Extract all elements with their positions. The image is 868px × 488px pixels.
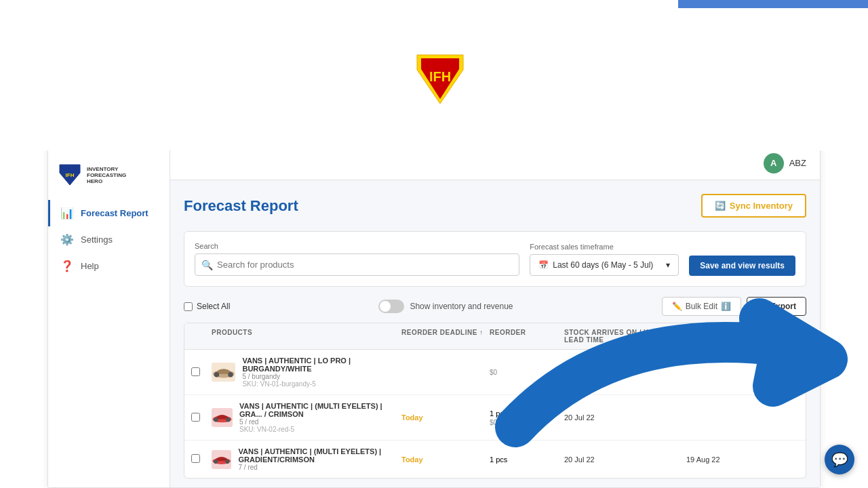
product-thumbnail-1	[212, 363, 235, 382]
table-row: VANS | AUTHENTIC | LO PRO | BURGANDY/WHI…	[184, 350, 806, 395]
product-thumbnail-3	[212, 450, 231, 469]
table-row: VANS | AUTHENTIC | (MULTI EYELETS) | GRA…	[184, 395, 806, 441]
product-thumbnail-2	[212, 408, 233, 427]
col-checkbox	[191, 329, 212, 344]
select-all-label: Select All	[197, 302, 230, 311]
col-stock-arrives: STOCK ARRIVES ON / YOUR LEAD TIME	[564, 329, 686, 344]
action-buttons: ✏️ Bulk Edit ℹ️ ↗️ Export	[662, 297, 806, 316]
page-title: Forecast Report	[184, 197, 298, 215]
table-controls: Select All Show inventory and revenue ✏️…	[184, 297, 806, 316]
svg-point-10	[226, 418, 231, 422]
timeframe-group: Forecast sales timeframe 📅 Last 60 days …	[530, 243, 679, 276]
shield-logo-icon: IFH	[416, 53, 465, 106]
row-2-deadline: Today	[401, 413, 490, 422]
main-content: A ABZ Forecast Report 🔄 Sync Inventory S…	[170, 146, 820, 487]
timeframe-label: Forecast sales timeframe	[530, 243, 679, 251]
show-inventory-label: Show inventory and revenue	[410, 302, 513, 311]
svg-text:IFH: IFH	[429, 69, 451, 84]
page-content: Forecast Report 🔄 Sync Inventory Search …	[170, 180, 820, 487]
svg-point-13	[225, 460, 229, 464]
sidebar-item-help[interactable]: ❓ Help	[48, 253, 170, 279]
col-reorder: REORDER	[490, 329, 564, 344]
sidebar-item-settings[interactable]: ⚙️ Settings	[48, 226, 170, 253]
row-checkbox-1[interactable]	[191, 367, 212, 378]
products-table: PRODUCTS REORDER DEADLINE ↑ REORDER STOC…	[184, 323, 806, 479]
select-all-checkbox[interactable]	[184, 302, 193, 311]
product-details-1: VANS | AUTHENTIC | LO PRO | BURGANDY/WHI…	[242, 357, 401, 388]
sidebar-item-label-help: Help	[81, 261, 99, 271]
sidebar-item-forecast-report[interactable]: 📊 Forecast Report	[48, 200, 170, 226]
svg-point-6	[214, 372, 219, 377]
forecast-report-icon: 📊	[60, 207, 74, 220]
inventory-revenue-toggle[interactable]	[378, 300, 404, 313]
promo-banner: IFH Excellent customer support Chat with…	[0, 0, 868, 142]
row-3-stock-arrives: 20 Jul 22	[564, 455, 686, 464]
user-name: ABZ	[789, 158, 806, 168]
sidebar-item-label-settings: Settings	[81, 235, 113, 245]
header-bar: A ABZ	[170, 146, 820, 180]
col-reorder-deadline: REORDER DEADLINE ↑	[401, 329, 490, 344]
search-input-wrap: 🔍	[195, 253, 519, 276]
row-2-stock-arrives: 20 Jul 22	[564, 413, 686, 422]
promo-logo: IFH	[12, 8, 868, 150]
filter-row: Search 🔍 Forecast sales timeframe 📅 Last…	[184, 231, 806, 287]
product-details-2: VANS | AUTHENTIC | (MULTI EYELETS) | GRA…	[239, 402, 401, 433]
search-input[interactable]	[195, 253, 519, 276]
sync-inventory-button[interactable]: 🔄 Sync Inventory	[701, 194, 806, 218]
search-group: Search 🔍	[195, 242, 519, 276]
chat-icon: 💬	[831, 451, 848, 468]
calendar-icon: 📅	[538, 260, 549, 270]
sidebar-logo-icon: IFH	[58, 163, 81, 186]
svg-point-7	[228, 372, 233, 377]
row-3-stock-lasts: 19 Aug 22	[686, 455, 788, 464]
col-products: PRODUCTS	[212, 329, 401, 344]
product-info-3: VANS | AUTHENTIC | (MULTI EYELETS) | GRA…	[212, 447, 401, 471]
timeframe-select[interactable]: 📅 Last 60 days (6 May - 5 Jul) ▾	[530, 254, 679, 276]
svg-point-9	[214, 418, 218, 422]
row-2-reorder: 1 pcs $0	[490, 409, 564, 426]
sync-icon: 🔄	[715, 201, 726, 211]
col-stock-lasts: STOCK LASTS TILL / DAYS STOCK YOU WANT T…	[686, 329, 788, 344]
edit-icon: ✏️	[672, 302, 682, 311]
product-details-3: VANS | AUTHENTIC | (MULTI EYELETS) | GRA…	[238, 447, 401, 471]
info-icon: ℹ️	[721, 302, 731, 311]
sidebar-logo: IFH INVENTORY FORECASTING HERO	[48, 157, 170, 200]
row-checkbox-3[interactable]	[191, 454, 212, 464]
sidebar-item-label-forecast: Forecast Report	[81, 208, 149, 218]
product-info-1: VANS | AUTHENTIC | LO PRO | BURGANDY/WHI…	[212, 357, 401, 388]
table-header: PRODUCTS REORDER DEADLINE ↑ REORDER STOC…	[184, 323, 806, 350]
chat-button[interactable]: 💬	[825, 445, 854, 474]
bulk-edit-button[interactable]: ✏️ Bulk Edit ℹ️	[662, 297, 741, 316]
page-header: Forecast Report 🔄 Sync Inventory	[184, 194, 806, 218]
svg-point-12	[214, 460, 218, 464]
svg-text:IFH: IFH	[66, 172, 75, 178]
toggle-wrap: Show inventory and revenue	[378, 300, 513, 313]
app-container: IFH INVENTORY FORECASTING HERO 📊 Forecas…	[47, 146, 821, 488]
user-avatar: A	[764, 153, 784, 174]
row-3-deadline: Today	[401, 455, 490, 464]
sidebar: IFH INVENTORY FORECASTING HERO 📊 Forecas…	[48, 146, 170, 487]
chevron-down-icon: ▾	[666, 260, 670, 270]
search-icon: 🔍	[201, 260, 213, 270]
product-info-2: VANS | AUTHENTIC | (MULTI EYELETS) | GRA…	[212, 402, 401, 433]
export-button[interactable]: ↗️ Export	[747, 297, 806, 316]
settings-icon: ⚙️	[60, 233, 74, 246]
row-checkbox-2[interactable]	[191, 413, 212, 423]
sidebar-logo-text: INVENTORY FORECASTING HERO	[87, 166, 126, 184]
save-results-button[interactable]: Save and view results	[689, 256, 795, 276]
row-3-reorder: 1 pcs	[490, 455, 564, 464]
select-all-wrap: Select All	[184, 302, 230, 311]
help-icon: ❓	[60, 260, 74, 272]
export-icon: ↗️	[757, 302, 767, 311]
search-label: Search	[195, 242, 519, 250]
row-1-reorder: $0	[490, 369, 564, 376]
table-row: VANS | AUTHENTIC | (MULTI EYELETS) | GRA…	[184, 441, 806, 478]
